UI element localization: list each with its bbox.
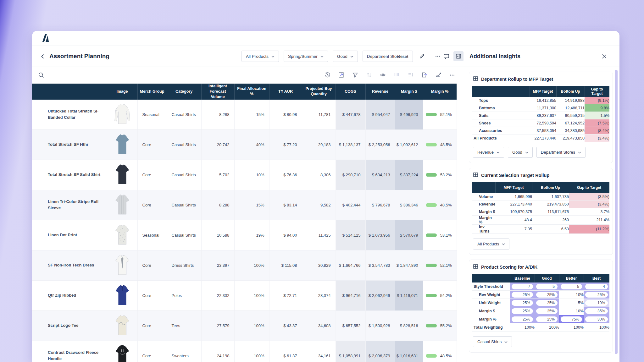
scoring-cell[interactable]: 5 xyxy=(535,282,559,291)
scoring-input[interactable]: 5 xyxy=(561,284,582,289)
product-name: Qtr Zip Ribbed xyxy=(32,280,107,310)
forecast-volume-cell: 5,702 xyxy=(201,160,234,190)
edit-chart-icon[interactable] xyxy=(337,71,345,79)
scoring-input[interactable]: 30% xyxy=(585,316,608,322)
scoring-input[interactable]: 25% xyxy=(512,300,533,306)
insight-row: Margin %48.4260211.4% xyxy=(472,216,609,225)
filter-dropdown[interactable]: Good xyxy=(508,147,533,158)
scoring-cell[interactable]: 25% xyxy=(535,315,559,323)
scoring-input[interactable]: 25% xyxy=(536,316,558,322)
close-icon[interactable] xyxy=(601,53,608,60)
chevron-down-icon xyxy=(320,54,324,59)
back-button[interactable] xyxy=(40,53,45,60)
scoring-cell[interactable]: 7 xyxy=(510,282,535,291)
hide-columns-icon[interactable] xyxy=(393,71,401,79)
card-filter-bar: RevenueGoodDepartment Stores xyxy=(473,147,609,158)
more-icon[interactable] xyxy=(448,71,456,79)
edit-icon[interactable] xyxy=(418,52,426,60)
bottom-up-cell: 14,919,988 xyxy=(556,97,585,104)
scoring-input[interactable]: 25% xyxy=(536,300,558,306)
chevron-down-icon xyxy=(525,150,528,155)
filter-icon[interactable] xyxy=(351,71,359,79)
export-icon[interactable] xyxy=(420,71,428,79)
merch-group-link[interactable]: Core xyxy=(137,250,167,280)
view-icon[interactable] xyxy=(379,71,387,79)
scoring-input[interactable]: 25% xyxy=(512,316,533,322)
ty-aur-cell: $ 72.71 xyxy=(269,280,302,310)
scoring-input[interactable]: 25% xyxy=(512,292,533,298)
product-image-cell xyxy=(107,129,137,160)
scoring-cell[interactable]: 25% xyxy=(510,291,535,299)
merch-group-link[interactable]: Core xyxy=(137,160,167,190)
merch-group-link[interactable]: Core xyxy=(137,341,167,362)
reset-button[interactable]: Reset xyxy=(395,54,410,59)
scoring-cell[interactable]: 25% xyxy=(510,315,535,323)
scoring-input[interactable]: 25% xyxy=(536,308,558,314)
column-header: Baseline xyxy=(510,274,535,282)
scoring-input[interactable]: 25% xyxy=(512,308,533,314)
product-image-cell xyxy=(107,160,137,190)
scoring-input[interactable]: 4 xyxy=(585,284,608,289)
filter-dropdown-label: Good xyxy=(512,150,522,155)
search-icon[interactable] xyxy=(37,71,45,79)
filter-dropdown[interactable]: All Products xyxy=(473,239,509,250)
scoring-cell[interactable]: 35% xyxy=(584,307,609,315)
history-icon[interactable] xyxy=(324,71,331,79)
product-name: Script Logo Tee xyxy=(32,310,107,341)
scoring-cell[interactable]: 30% xyxy=(584,315,609,323)
scoring-input[interactable]: 10% xyxy=(585,300,608,306)
product-row: Untucked Total Stretch SF Banded CollarS… xyxy=(32,100,457,130)
filter-dropdown[interactable]: Good xyxy=(333,51,358,62)
row-label: Rev Weight xyxy=(472,291,510,299)
more-icon[interactable] xyxy=(434,52,441,60)
scoring-input[interactable]: 35% xyxy=(585,308,608,314)
scoring-input[interactable]: 7 xyxy=(512,284,533,289)
row-list-icon[interactable] xyxy=(407,71,414,79)
filter-dropdown[interactable]: Spring/Summer xyxy=(284,51,328,62)
add-view-icon[interactable] xyxy=(434,71,442,79)
scoring-cell[interactable]: 75% xyxy=(559,315,584,323)
scoring-input[interactable]: 5 xyxy=(536,284,558,289)
ty-aur-cell: $ 61.37 xyxy=(269,341,302,362)
scoring-cell[interactable]: 10% xyxy=(584,299,609,307)
scoring-input[interactable]: 75% xyxy=(561,316,582,322)
product-row: Contrast Drawcord Fleece HoodieCoreSweat… xyxy=(32,341,457,362)
bottom-up-cell: 67,124,952 xyxy=(556,119,585,127)
margin-pct-cell: 55.2% xyxy=(423,310,457,341)
ty-aur-cell: $ 83.14 xyxy=(269,190,302,220)
panel-scrollbar[interactable] xyxy=(615,70,618,354)
merch-group-link[interactable]: Core xyxy=(137,190,167,220)
product-row: Linen Tri-Color Stripe Roll SleeveCoreCa… xyxy=(32,190,457,220)
mfp-target-cell: 48.4 xyxy=(495,216,532,225)
merch-group-link[interactable]: Core xyxy=(137,129,167,160)
filter-dropdown[interactable]: Department Stores xyxy=(536,147,586,158)
insights-panel-icon[interactable] xyxy=(453,51,464,61)
scoring-input[interactable]: 25% xyxy=(585,292,608,298)
filter-dropdown[interactable]: Casual Shirts xyxy=(473,336,512,347)
scoring-cell[interactable]: 4 xyxy=(584,282,609,291)
sort-icon[interactable] xyxy=(365,71,373,79)
grid-area: ImageMerch GroupCategoryIntelligent Fore… xyxy=(32,67,463,362)
category-cell: Dress Shirts xyxy=(167,250,201,280)
scoring-cell[interactable]: 25% xyxy=(584,291,609,299)
merch-group-link[interactable]: Seasonal xyxy=(137,220,167,250)
scoring-cell[interactable]: 25% xyxy=(535,291,559,299)
merch-group-link[interactable]: Core xyxy=(137,280,167,310)
cogs-cell: $ 657,552 xyxy=(336,310,365,341)
gap-to-target-cell: 9.8% xyxy=(585,104,609,112)
margin-pct-bar xyxy=(426,324,437,327)
page-header: Assortment Planning All ProductsSpring/S… xyxy=(32,46,619,67)
scoring-input[interactable]: 25% xyxy=(536,292,558,298)
comments-icon[interactable] xyxy=(442,52,450,60)
scoring-cell[interactable]: 25% xyxy=(535,299,559,307)
mfp-target-cell: 227,173,440 xyxy=(495,200,532,208)
merch-group-link[interactable]: Core xyxy=(137,310,167,341)
scoring-cell[interactable]: 25% xyxy=(535,307,559,315)
scoring-cell[interactable]: 25% xyxy=(510,299,535,307)
filter-dropdown[interactable]: All Products xyxy=(242,51,279,62)
projected-buy-cell: 29,183 xyxy=(302,129,336,160)
filter-dropdown[interactable]: Revenue xyxy=(473,147,504,158)
scoring-cell[interactable]: 25% xyxy=(510,307,535,315)
merch-group-link[interactable]: Seasonal xyxy=(137,100,167,130)
scoring-cell[interactable]: 5 xyxy=(559,282,584,291)
